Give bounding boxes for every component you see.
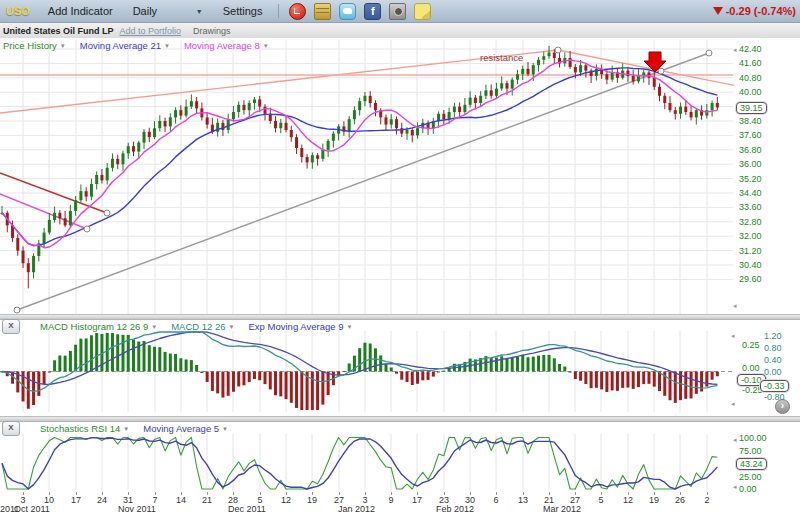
macd-axis-label: 0.40 bbox=[764, 355, 782, 365]
price-axis-label: 36.00 bbox=[739, 159, 762, 169]
x-day-label: 9 bbox=[388, 495, 393, 505]
legend-price-history[interactable]: Price History ▼ bbox=[3, 40, 66, 51]
macd-axis-label: 0.25 bbox=[742, 340, 760, 350]
chevron-down-icon: ▼ bbox=[346, 324, 352, 330]
svg-text:resistance: resistance bbox=[480, 52, 523, 63]
price-axis-label: 40.80 bbox=[739, 73, 762, 83]
x-day-label: 5 bbox=[598, 495, 603, 505]
camera-icon[interactable] bbox=[389, 3, 406, 20]
stoch-axis-label: 100.00 bbox=[739, 433, 767, 443]
legend-ma8-label: Moving Average 8 bbox=[184, 40, 260, 51]
chevron-down-icon: ▼ bbox=[229, 324, 235, 330]
macd-axis-label: 0.00 bbox=[742, 363, 760, 373]
note-icon[interactable] bbox=[414, 3, 431, 20]
legend-ma8[interactable]: Moving Average 8 ▼ bbox=[184, 40, 269, 51]
charting-app: resistance Price History ▼ Moving Averag… bbox=[0, 0, 800, 515]
twitter-icon[interactable] bbox=[339, 3, 356, 20]
coins-icon[interactable] bbox=[314, 3, 331, 20]
x-day-label: 14 bbox=[176, 495, 186, 505]
chart-area: resistance Price History ▼ Moving Averag… bbox=[0, 0, 800, 515]
macd-value-box: -0.33 bbox=[760, 380, 789, 392]
price-axis-label: 35.20 bbox=[739, 174, 762, 184]
price-axis-label: 30.40 bbox=[739, 260, 762, 270]
stoch-close-button[interactable]: X bbox=[2, 421, 20, 436]
symbol-label[interactable]: USO bbox=[0, 5, 38, 17]
axis-scroll-arrow[interactable]: ◂ bbox=[733, 483, 737, 491]
x-day-label: 6 bbox=[493, 495, 498, 505]
main-toolbar: USO Add Indicator Daily ▼ Settings f -0.… bbox=[0, 0, 800, 23]
period-dropdown[interactable]: Daily ▼ bbox=[123, 5, 213, 17]
chevron-down-icon: ▼ bbox=[263, 43, 269, 49]
x-day-label: 19 bbox=[307, 495, 317, 505]
facebook-icon[interactable]: f bbox=[364, 3, 381, 20]
x-month-label: Nov 2011 bbox=[118, 504, 156, 514]
price-axis-label: 38.40 bbox=[739, 116, 762, 126]
chevron-down-icon: ▼ bbox=[164, 43, 170, 49]
macd-axis-label: 0.00 bbox=[764, 367, 782, 377]
price-axis-label: 42.40 bbox=[739, 44, 762, 54]
price-axis-label: 33.60 bbox=[739, 202, 762, 212]
axis-scroll-arrow[interactable]: ◂ bbox=[731, 400, 735, 408]
legend-stoch-ma[interactable]: Moving Average 5 ▼ bbox=[143, 423, 228, 434]
x-day-label: 2 bbox=[704, 495, 709, 505]
price-axis-label: 29.60 bbox=[739, 274, 762, 284]
price-axis-label: 32.80 bbox=[739, 217, 762, 227]
price-axis-label: 34.40 bbox=[739, 188, 762, 198]
legend-ma21-label: Moving Average 21 bbox=[80, 40, 161, 51]
legend-stoch-rsi[interactable]: Stochastics RSI 14 ▼ bbox=[40, 423, 129, 434]
price-axis-label: 31.20 bbox=[739, 246, 762, 256]
x-day-label: 21 bbox=[202, 495, 212, 505]
stoch-axis-label: 0.00 bbox=[739, 484, 757, 494]
x-month-label: Oct 2011 bbox=[14, 504, 50, 514]
macd-axis-label: 0.80 bbox=[764, 343, 782, 353]
settings-button[interactable]: Settings bbox=[213, 5, 273, 17]
chevron-down-icon: ▼ bbox=[196, 8, 203, 15]
x-day-label: 13 bbox=[518, 495, 528, 505]
x-month-label: Mar 2012 bbox=[543, 504, 581, 514]
macd-axis-label: -0.80 bbox=[764, 392, 785, 402]
legend-macd-signal[interactable]: Exp Moving Average 9 ▼ bbox=[249, 321, 353, 332]
price-axis-label: 37.60 bbox=[739, 130, 762, 140]
price-axis-label: 36.80 bbox=[739, 145, 762, 155]
x-month-label: Dec 2011 bbox=[228, 504, 266, 514]
stoch-axis-label: 25.00 bbox=[739, 472, 762, 482]
toolbar-divider bbox=[278, 4, 279, 18]
price-axis-label: 40.00 bbox=[739, 87, 762, 97]
x-month-label: Jan 2012 bbox=[338, 504, 375, 514]
chart-canvas: resistance bbox=[0, 0, 734, 515]
legend-macd-line[interactable]: MACD 12 26 ▼ bbox=[171, 321, 234, 332]
macd-close-button[interactable]: X bbox=[2, 319, 20, 334]
symbol-subbar: United States Oil Fund LP Add to Portfol… bbox=[0, 23, 800, 38]
macd-header: X MACD Histogram 12 26 9 ▼ MACD 12 26 ▼ … bbox=[2, 319, 352, 334]
legend-macd-signal-label: Exp Moving Average 9 bbox=[249, 321, 344, 332]
x-day-label: 26 bbox=[675, 495, 685, 505]
axis-scroll-arrow[interactable]: ◂ bbox=[733, 436, 737, 444]
legend-macd-histogram-label: MACD Histogram 12 26 9 bbox=[40, 321, 148, 332]
legend-price-history-label: Price History bbox=[3, 40, 57, 51]
axis-scroll-arrow[interactable]: ◂ bbox=[731, 332, 735, 340]
price-legend: Price History ▼ Moving Average 21 ▼ Movi… bbox=[3, 40, 269, 51]
legend-macd-histogram[interactable]: MACD Histogram 12 26 9 ▼ bbox=[40, 321, 157, 332]
period-value: Daily bbox=[133, 5, 157, 17]
x-day-label: 12 bbox=[281, 495, 291, 505]
legend-ma21[interactable]: Moving Average 21 ▼ bbox=[80, 40, 170, 51]
axis-scroll-arrow[interactable]: ◂ bbox=[733, 302, 737, 310]
chevron-down-icon: ▼ bbox=[60, 43, 66, 49]
macd-axis-label: 1.20 bbox=[764, 331, 782, 341]
add-to-portfolio-link[interactable]: Add to Portfolio bbox=[120, 26, 194, 36]
price-axis-label: 41.60 bbox=[739, 58, 762, 68]
alarm-icon[interactable] bbox=[289, 3, 306, 20]
stoch-header: X Stochastics RSI 14 ▼ Moving Average 5 … bbox=[2, 421, 228, 436]
price-axis-label: 32.00 bbox=[739, 231, 762, 241]
x-day-label: 12 bbox=[623, 495, 633, 505]
fund-name: United States Oil Fund LP bbox=[0, 26, 120, 36]
axis-scroll-arrow[interactable]: ◂ bbox=[733, 46, 737, 54]
add-indicator-button[interactable]: Add Indicator bbox=[38, 5, 123, 17]
chevron-down-icon: ▼ bbox=[151, 324, 157, 330]
legend-stoch-ma-label: Moving Average 5 bbox=[143, 423, 219, 434]
drawings-button[interactable]: Drawings bbox=[193, 26, 231, 36]
down-arrow-icon bbox=[713, 7, 723, 15]
price-change-value: -0.29 (-0.74%) bbox=[726, 5, 796, 17]
x-day-label: 17 bbox=[412, 495, 422, 505]
x-day-label: 17 bbox=[71, 495, 81, 505]
